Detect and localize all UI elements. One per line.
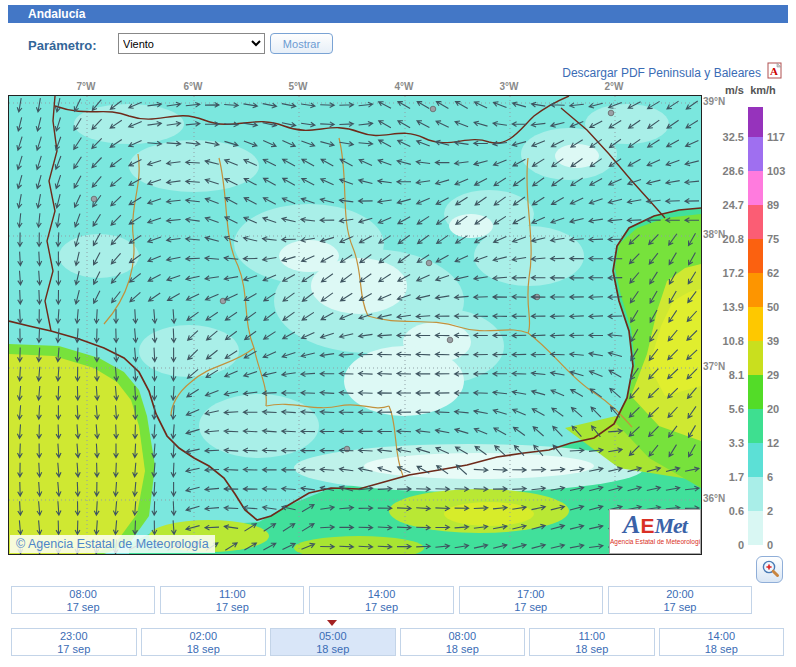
legend-tick-ms: 13.9 <box>698 300 744 314</box>
time-button-date: 17 sep <box>460 601 602 614</box>
legend-segment <box>748 341 763 375</box>
zoom-in-icon <box>761 567 781 582</box>
time-button-time: 11:00 <box>530 630 654 643</box>
time-button-time: 17:00 <box>460 588 602 601</box>
time-button-time: 14:00 <box>660 630 784 643</box>
legend-tick-ms: 5.6 <box>698 402 744 416</box>
legend-segment <box>748 273 763 307</box>
lat-label: 36°N <box>703 493 743 504</box>
legend-tick-kmh: 20 <box>767 402 796 416</box>
time-button[interactable]: 02:0018 sep <box>141 628 267 656</box>
legend-tick-ms: 17.2 <box>698 266 744 280</box>
legend-tick-kmh: 0 <box>767 538 796 552</box>
time-button[interactable]: 17:0017 sep <box>459 586 603 614</box>
aemet-wind-page: Andalucía Parámetro: Viento Mostrar Desc… <box>0 0 796 667</box>
legend-segment <box>748 443 763 477</box>
wind-map: © Agencia Estatal de Meteorología AEMet … <box>8 95 702 555</box>
time-button-date: 17 sep <box>161 601 303 614</box>
time-button-date: 18 sep <box>530 643 654 656</box>
lon-label: 4°W <box>384 81 424 92</box>
parameter-select[interactable]: Viento <box>118 33 265 54</box>
legend-tick-kmh: 75 <box>767 232 796 246</box>
parameter-label: Parámetro: <box>28 38 97 53</box>
aemet-logo-e: E <box>640 514 654 537</box>
pdf-download-row: Descargar PDF Peninsula y Baleares A <box>562 62 783 83</box>
legend-tick-kmh: 62 <box>767 266 796 280</box>
legend-segment <box>748 477 763 511</box>
legend-color-bar <box>748 107 763 545</box>
legend-segment <box>748 239 763 273</box>
map-copyright: © Agencia Estatal de Meteorología <box>10 535 215 553</box>
legend-tick-ms: 10.8 <box>698 334 744 348</box>
lat-label: 39°N <box>703 96 743 107</box>
time-button-date: 17 sep <box>12 601 154 614</box>
lon-label: 3°W <box>489 81 529 92</box>
lon-label: 2°W <box>594 81 634 92</box>
time-button[interactable]: 20:0017 sep <box>608 586 752 614</box>
region-titlebar: Andalucía <box>8 5 788 23</box>
time-button-date: 17 sep <box>12 643 136 656</box>
time-button-time: 14:00 <box>310 588 452 601</box>
time-button-time: 02:00 <box>142 630 266 643</box>
time-button-date: 18 sep <box>401 643 525 656</box>
time-button-time: 05:00 <box>271 630 395 643</box>
legend-tick-ms: 1.7 <box>698 470 744 484</box>
aemet-logo: AEMet Agencia Estatal de Meteorología <box>609 509 701 554</box>
time-button[interactable]: 08:0017 sep <box>11 586 155 614</box>
time-button-date: 17 sep <box>310 601 452 614</box>
page-title: Andalucía <box>28 7 85 21</box>
zoom-in-button[interactable] <box>756 556 783 583</box>
legend-unit-ms: m/s <box>702 84 744 96</box>
legend-tick-kmh: 103 <box>767 164 796 178</box>
timeline-row-1: 08:0017 sep11:0017 sep14:0017 sep17:0017… <box>11 586 752 614</box>
legend-tick-kmh: 12 <box>767 436 796 450</box>
legend-segment <box>748 205 763 239</box>
aemet-logo-caption: Agencia Estatal de Meteorología <box>610 538 700 545</box>
time-button[interactable]: 14:0018 sep <box>659 628 785 656</box>
legend-tick-kmh: 89 <box>767 198 796 212</box>
time-button-time: 20:00 <box>609 588 751 601</box>
pdf-download-link[interactable]: Descargar PDF Peninsula y Baleares <box>562 66 761 80</box>
time-button-time: 11:00 <box>161 588 303 601</box>
time-button[interactable]: 11:0017 sep <box>160 586 304 614</box>
legend-tick-ms: 28.6 <box>698 164 744 178</box>
legend-segment <box>748 409 763 443</box>
time-button-time: 08:00 <box>12 588 154 601</box>
time-button[interactable]: 23:0017 sep <box>11 628 137 656</box>
legend-tick-ms: 24.7 <box>698 198 744 212</box>
timeline-row-2: 23:0017 sep02:0018 sep05:0018 sep08:0018… <box>11 628 784 656</box>
legend-tick-ms: 32.5 <box>698 130 744 144</box>
lon-label: 6°W <box>173 81 213 92</box>
wind-map-svg <box>9 96 701 554</box>
lon-label: 5°W <box>278 81 318 92</box>
legend-tick-kmh: 6 <box>767 470 796 484</box>
time-button[interactable]: 08:0018 sep <box>400 628 526 656</box>
legend-segment <box>748 137 763 171</box>
legend-tick-ms: 8.1 <box>698 368 744 382</box>
lon-label: 7°W <box>66 81 106 92</box>
pdf-icon[interactable]: A <box>767 62 783 83</box>
legend-tick-ms: 20.8 <box>698 232 744 246</box>
legend-tick-kmh: 50 <box>767 300 796 314</box>
time-button[interactable]: 14:0017 sep <box>309 586 453 614</box>
legend-segment <box>748 171 763 205</box>
legend-tick-ms: 0 <box>698 538 744 552</box>
legend-tick-kmh: 29 <box>767 368 796 382</box>
aemet-logo-a: A <box>623 510 640 539</box>
legend-tick-ms: 3.3 <box>698 436 744 450</box>
aemet-logo-met: Met <box>654 513 686 538</box>
svg-text:A: A <box>770 65 778 77</box>
time-button-date: 18 sep <box>660 643 784 656</box>
legend-tick-kmh: 39 <box>767 334 796 348</box>
legend-segment <box>748 375 763 409</box>
time-button[interactable]: 05:0018 sep <box>270 628 396 656</box>
legend-tick-kmh: 2 <box>767 504 796 518</box>
legend-tick-kmh: 117 <box>767 130 796 144</box>
legend-segment <box>748 307 763 341</box>
time-button-time: 23:00 <box>12 630 136 643</box>
show-button[interactable]: Mostrar <box>270 33 333 54</box>
time-button[interactable]: 11:0018 sep <box>529 628 655 656</box>
legend-segment <box>748 107 763 137</box>
time-button-date: 17 sep <box>609 601 751 614</box>
legend-segment <box>748 511 763 545</box>
